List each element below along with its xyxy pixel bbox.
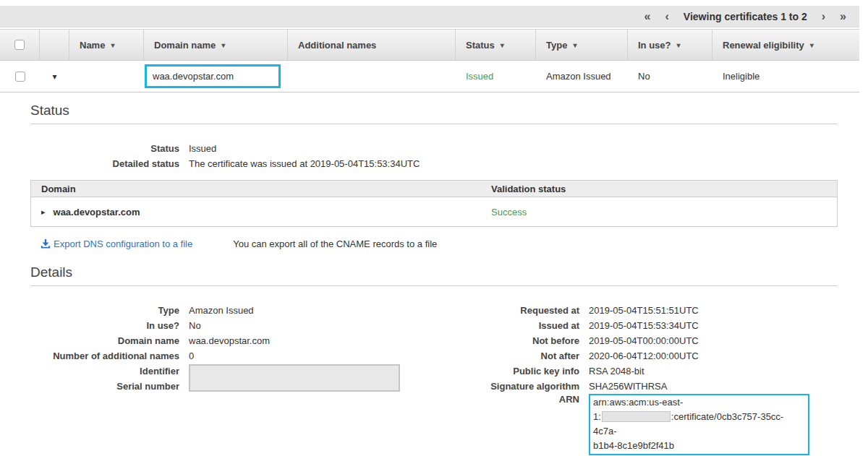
sort-arrow-icon[interactable]: ▾ <box>501 41 504 49</box>
details-grid: Type Amazon Issued In use? No Domain nam… <box>30 286 838 456</box>
signature-algorithm-row: Signature algorithm SHA256WITHRSA <box>463 379 838 394</box>
select-all-checkbox[interactable] <box>14 40 25 50</box>
domain-name-highlight-box[interactable]: waa.devopstar.com <box>145 64 281 88</box>
column-label: Renewal eligibility <box>723 40 804 51</box>
domain-validation-table: Domain Validation status ▸ waa.devopstar… <box>30 180 838 227</box>
sort-arrow-icon[interactable]: ▾ <box>573 41 576 49</box>
public-key-info-value: RSA 2048-bit <box>579 363 644 379</box>
header-cell-renewal-eligibility[interactable]: Renewal eligibility ▾ <box>712 30 859 60</box>
domain-name-value: waa.devopstar.com <box>179 333 270 348</box>
status-value: Issued <box>179 141 216 156</box>
row-cell-renewal-eligibility: Ineligible <box>712 61 859 92</box>
export-dns-link-label: Export DNS configuration to a file <box>54 238 192 249</box>
identifier-serial-rows: Identifier Serial number <box>30 363 463 394</box>
arn-highlight-box[interactable]: arn:aws:acm:us-east- 1::certificate/0cb3… <box>589 394 809 455</box>
pagination-label: Viewing certificates 1 to 2 <box>684 11 807 22</box>
row-cell-domain-name: waa.devopstar.com <box>144 61 288 92</box>
certificates-table-header: Name ▾ Domain name ▾ Additional names St… <box>0 29 859 61</box>
header-cell-domain: Domain <box>31 184 490 194</box>
header-cell-additional-names: Additional names <box>288 30 456 60</box>
issued-at-row: Issued at 2019-05-04T15:53:34UTC <box>463 318 838 333</box>
issued-at-value: 2019-05-04T15:53:34UTC <box>579 318 699 333</box>
not-after-value: 2020-06-04T12:00:00UTC <box>579 348 699 363</box>
domain-validation-row: ▸ waa.devopstar.com Success <box>31 197 837 226</box>
row-checkbox[interactable] <box>15 72 25 82</box>
status-label: Status <box>30 141 179 156</box>
header-cell-expander <box>40 30 69 60</box>
row-cell-additional-names <box>288 61 456 92</box>
requested-at-value: 2019-05-04T15:51:51UTC <box>579 303 699 318</box>
additional-names-value: 0 <box>179 348 194 363</box>
export-dns-hint: You can export all of the CNAME records … <box>233 238 437 249</box>
additional-names-label: Number of additional names <box>30 348 179 363</box>
arn-label: ARN <box>463 394 579 455</box>
column-label: Name <box>80 40 105 51</box>
serial-number-label: Serial number <box>30 379 179 394</box>
export-dns-link[interactable]: Export DNS configuration to a file <box>30 238 192 249</box>
domain-cell: ▸ waa.devopstar.com <box>31 207 490 218</box>
download-icon <box>41 239 51 249</box>
not-after-row: Not after 2020-06-04T12:00:00UTC <box>463 348 838 363</box>
public-key-info-row: Public key info RSA 2048-bit <box>463 363 838 379</box>
sort-arrow-icon[interactable]: ▾ <box>221 41 225 49</box>
issued-at-label: Issued at <box>463 318 579 333</box>
arn-line3: b1b4-8c1e9bf2f41b <box>593 440 674 451</box>
header-cell-domain-name[interactable]: Domain name ▾ <box>144 30 288 60</box>
pagination-bar: « ‹ Viewing certificates 1 to 2 › » <box>0 6 859 27</box>
not-before-value: 2019-05-04T00:00:00UTC <box>579 333 699 348</box>
domain-name-row: Domain name waa.devopstar.com <box>30 333 463 348</box>
detailed-status-label: Detailed status <box>30 156 179 171</box>
identifier-label: Identifier <box>30 363 179 379</box>
column-label: In use? <box>638 40 671 51</box>
header-cell-status[interactable]: Status ▾ <box>456 30 536 60</box>
pagination-last-icon[interactable]: » <box>840 11 846 22</box>
details-section-heading: Details <box>30 264 838 286</box>
requested-at-row: Requested at 2019-05-04T15:51:51UTC <box>463 303 838 318</box>
type-label: Type <box>30 303 179 318</box>
column-label: Status <box>466 40 495 51</box>
row-cell-name <box>69 61 144 92</box>
validation-status-value: Success <box>490 207 837 218</box>
domain-validation-table-header: Domain Validation status <box>31 181 837 197</box>
certificate-domain-name: waa.devopstar.com <box>153 71 234 82</box>
detailed-status-row: Detailed status The certificate was issu… <box>30 156 838 171</box>
validated-domain-name: waa.devopstar.com <box>54 207 140 218</box>
not-after-label: Not after <box>463 348 579 363</box>
pagination-prev-icon[interactable]: ‹ <box>665 11 669 22</box>
sort-arrow-icon[interactable]: ▾ <box>677 41 681 49</box>
row-cell-in-use: No <box>628 61 712 92</box>
status-row: Status Issued <box>30 141 838 156</box>
row-cell-status: Issued <box>456 61 536 92</box>
details-right-column: Requested at 2019-05-04T15:51:51UTC Issu… <box>463 303 838 456</box>
header-cell-in-use[interactable]: In use? ▾ <box>628 30 712 60</box>
not-before-row: Not before 2019-05-04T00:00:00UTC <box>463 333 838 348</box>
not-before-label: Not before <box>463 333 579 348</box>
additional-names-row: Number of additional names 0 <box>30 348 463 363</box>
in-use-label: In use? <box>30 318 179 333</box>
arn-account-redacted-box <box>602 411 671 422</box>
sort-arrow-icon[interactable]: ▾ <box>810 41 814 49</box>
header-cell-validation-status: Validation status <box>490 184 837 194</box>
row-cell-checkbox <box>0 61 40 92</box>
header-cell-checkbox <box>0 30 40 60</box>
collapse-row-icon[interactable]: ▾ <box>52 72 56 82</box>
certificate-row: ▾ waa.devopstar.com Issued Amazon Issued… <box>0 61 859 93</box>
signature-algorithm-label: Signature algorithm <box>463 379 579 394</box>
details-left-column: Type Amazon Issued In use? No Domain nam… <box>30 303 463 456</box>
type-row: Type Amazon Issued <box>30 303 463 318</box>
status-section-heading: Status <box>30 103 838 124</box>
arn-row: ARN arn:aws:acm:us-east- 1::certificate/… <box>463 394 838 455</box>
header-cell-name[interactable]: Name ▾ <box>69 30 144 60</box>
in-use-row: In use? No <box>30 318 463 333</box>
column-label: Additional names <box>298 40 376 51</box>
pagination-first-icon[interactable]: « <box>644 11 651 22</box>
identifier-serial-redacted-box <box>189 364 400 392</box>
expand-domain-icon[interactable]: ▸ <box>41 207 46 217</box>
public-key-info-label: Public key info <box>463 363 579 379</box>
row-cell-type: Amazon Issued <box>536 61 628 92</box>
arn-line2-prefix: 1: <box>593 411 601 422</box>
header-cell-type[interactable]: Type ▾ <box>536 30 628 60</box>
pagination-next-icon[interactable]: › <box>822 11 825 22</box>
in-use-value: No <box>179 318 201 333</box>
sort-arrow-icon[interactable]: ▾ <box>111 41 114 49</box>
